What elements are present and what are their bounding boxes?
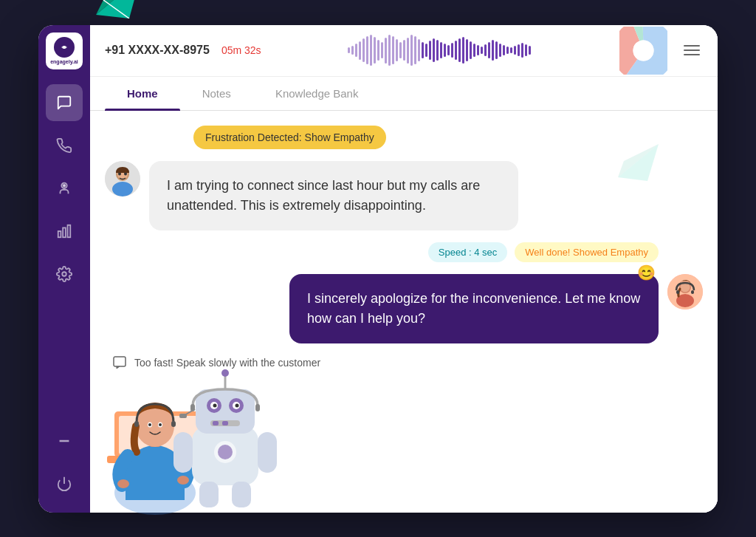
frustration-badge: Frustration Detected: Show Empathy <box>193 126 386 149</box>
waveform-bar <box>440 42 442 58</box>
waveform-bar <box>481 47 483 54</box>
customer-avatar <box>105 161 140 196</box>
waveform-bar <box>381 42 383 58</box>
waveform-bar <box>466 39 468 61</box>
waveform-bar <box>470 41 472 59</box>
waveform-bar <box>495 41 498 59</box>
top-bar: +91 XXXX-XX-8975 05m 32s <box>90 25 718 77</box>
waveform-bar <box>506 47 509 54</box>
waveform-bar <box>473 44 475 57</box>
waveform-bar <box>396 39 398 61</box>
waveform-bar <box>425 44 427 57</box>
waveform-bar <box>366 36 368 64</box>
sidebar-item-analytics[interactable] <box>46 213 83 250</box>
badges-row: Speed : 4 sec Well done! Showed Empathy <box>105 242 703 262</box>
sidebar-item-agent[interactable] <box>46 170 83 207</box>
svg-point-16 <box>633 40 653 61</box>
waveform-bar <box>388 35 391 66</box>
hamburger-menu[interactable] <box>681 42 703 58</box>
svg-point-4 <box>63 46 66 49</box>
waveform-bar <box>351 46 354 55</box>
waveform-bar <box>518 44 520 56</box>
sidebar-item-minimize[interactable] <box>46 423 83 459</box>
waveform-bar <box>451 43 453 58</box>
waveform-bar <box>385 38 387 64</box>
tab-home[interactable]: Home <box>105 77 180 110</box>
svg-point-10 <box>62 272 66 276</box>
feedback-text: Too fast! Speak slowly with the customer <box>134 357 320 369</box>
waveform-bar <box>403 40 405 61</box>
hamburger-line-1 <box>684 45 700 47</box>
waveform-bar <box>503 45 505 55</box>
sidebar-item-chat[interactable] <box>46 84 83 121</box>
waveform-bar <box>458 38 461 62</box>
waveform-bar <box>462 37 464 64</box>
feedback-row: Too fast! Speak slowly with the customer <box>112 355 703 370</box>
call-timer: 05m 32s <box>221 44 261 56</box>
waveform-bar <box>348 47 350 53</box>
waveform-bar <box>407 38 409 64</box>
svg-rect-8 <box>63 228 66 237</box>
sidebar-item-phone[interactable] <box>46 127 83 164</box>
paper-plane-decoration <box>96 0 140 21</box>
svg-point-6 <box>63 184 66 186</box>
waveform-bar <box>374 37 376 64</box>
waveform-bar <box>355 44 357 57</box>
waveform-bar <box>510 47 512 53</box>
svg-rect-7 <box>58 231 61 237</box>
waveform-bar <box>484 44 487 56</box>
waveform <box>273 35 605 65</box>
waveform-bar <box>392 36 394 64</box>
agent-message-row: I sincerely apologize for the inconvenie… <box>105 274 703 343</box>
chat-area: Frustration Detected: Show Empathy <box>90 111 718 513</box>
svg-rect-29 <box>676 290 679 294</box>
feedback-icon <box>112 355 127 370</box>
pie-chart <box>617 25 669 77</box>
tab-notes[interactable]: Notes <box>180 77 253 110</box>
content-area: +91 XXXX-XX-8975 05m 32s <box>90 25 718 513</box>
waveform-bar <box>514 46 516 55</box>
waveform-bar <box>499 44 501 57</box>
waveform-bar <box>521 43 523 58</box>
waveform-bar <box>414 36 416 64</box>
waveform-bar <box>488 42 490 58</box>
chat-paper-plane <box>618 140 659 184</box>
waveform-bar <box>444 44 446 57</box>
waveform-bar <box>399 42 402 58</box>
waveform-bar <box>410 35 413 66</box>
waveform-bar <box>455 41 457 60</box>
logo[interactable]: engagely.ai <box>46 33 83 69</box>
emoji-indicator: 😊 <box>637 264 656 281</box>
waveform-bar <box>525 44 527 56</box>
sidebar-item-settings[interactable] <box>46 256 83 293</box>
tab-knowledge-bank[interactable]: Knowledge Bank <box>253 77 381 110</box>
logo-text: engagely.ai <box>50 59 78 64</box>
waveform-bar <box>447 45 450 55</box>
hamburger-line-3 <box>684 54 700 55</box>
waveform-bar <box>422 42 424 58</box>
sidebar-item-power[interactable] <box>46 465 83 502</box>
empathy-badge: Well done! Showed Empathy <box>515 242 659 262</box>
waveform-bar <box>429 41 431 60</box>
waveform-bar <box>370 35 372 66</box>
svg-rect-9 <box>68 225 71 237</box>
svg-point-21 <box>112 182 133 196</box>
agent-avatar <box>667 274 703 309</box>
waveform-bar <box>362 38 365 62</box>
hamburger-line-2 <box>684 49 700 51</box>
customer-message-bubble: I am trying to connect since last hour b… <box>149 161 518 230</box>
waveform-bar <box>492 40 494 61</box>
waveform-bar <box>433 38 435 62</box>
svg-rect-30 <box>691 290 694 294</box>
waveform-bar <box>418 39 420 61</box>
phone-number: +91 XXXX-XX-8975 <box>105 44 210 57</box>
speed-badge: Speed : 4 sec <box>428 242 508 262</box>
waveform-bar <box>529 46 531 55</box>
tabs: Home Notes Knowledge Bank <box>90 77 718 111</box>
waveform-bar <box>359 41 361 60</box>
waveform-bar <box>436 40 439 61</box>
sidebar: engagely.ai <box>38 25 90 513</box>
agent-message-bubble: I sincerely apologize for the inconvenie… <box>289 274 659 343</box>
main-window: engagely.ai <box>38 25 718 513</box>
waveform-bar <box>377 40 379 61</box>
